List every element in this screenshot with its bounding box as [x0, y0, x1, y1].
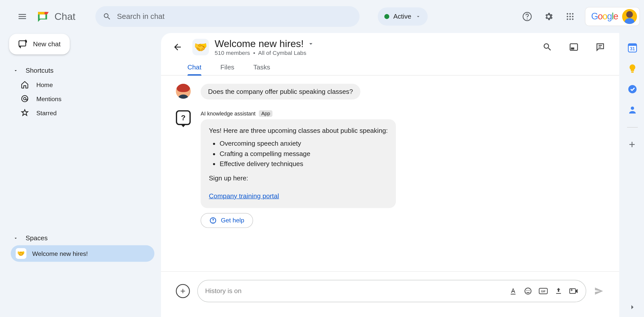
gif-icon[interactable]: GIF — [539, 287, 548, 295]
tab-chat[interactable]: Chat — [187, 60, 201, 75]
status-chip[interactable]: Active — [378, 8, 428, 26]
plus-icon — [627, 140, 636, 149]
compose-input-wrapper[interactable]: GIF — [197, 280, 586, 302]
toggle-panel-button[interactable] — [565, 38, 583, 56]
topbar: Chat Active Google — [0, 0, 644, 33]
search-input[interactable] — [117, 12, 352, 21]
get-help-button[interactable]: Get help — [201, 213, 253, 228]
message-bot: ? AI knowledge assistant App Yes! Here a… — [176, 110, 604, 228]
chevron-down-icon — [307, 40, 314, 48]
star-icon — [21, 109, 29, 117]
svg-rect-27 — [570, 289, 576, 293]
chat-title-button[interactable]: Welcome new hires! — [215, 38, 314, 50]
thread-button[interactable] — [591, 38, 609, 56]
chevron-down-icon — [415, 14, 421, 19]
chat-header: 🤝 Welcome new hires! 510 members • All o… — [161, 33, 619, 56]
tab-tasks[interactable]: Tasks — [253, 60, 270, 75]
help-icon — [522, 12, 532, 21]
account-switcher[interactable]: Google — [585, 7, 640, 26]
composer: GIF — [161, 271, 619, 317]
svg-point-16 — [24, 97, 26, 100]
svg-text:GIF: GIF — [541, 290, 546, 293]
user-message-avatar — [176, 84, 191, 99]
mention-icon — [21, 95, 29, 103]
caret-down-icon — [13, 236, 18, 241]
svg-point-15 — [22, 96, 28, 102]
main-panel: 🤝 Welcome new hires! 510 members • All o… — [161, 33, 619, 317]
spaces-header[interactable]: Spaces — [11, 231, 154, 245]
calendar-app-icon[interactable]: 31 — [627, 43, 637, 53]
sidebar-item-starred[interactable]: Starred — [11, 106, 154, 120]
send-button[interactable] — [594, 286, 605, 297]
panel-icon — [569, 42, 579, 52]
chat-lines-icon — [595, 42, 605, 52]
sidebar-item-mentions[interactable]: Mentions — [11, 92, 154, 106]
upload-icon[interactable] — [554, 287, 563, 295]
svg-rect-0 — [40, 14, 46, 18]
support-button[interactable] — [518, 8, 536, 26]
space-item-welcome-new-hires[interactable]: 🤝 Welcome new hires! — [11, 245, 154, 262]
user-message-bubble: Does the company offer public speaking c… — [201, 84, 360, 99]
settings-button[interactable] — [540, 8, 558, 26]
apps-grid-icon — [566, 12, 575, 21]
caret-down-icon — [13, 68, 18, 73]
home-icon — [21, 81, 29, 89]
bot-sender-line: AI knowledge assistant App — [201, 110, 396, 117]
format-text-icon[interactable] — [509, 287, 517, 295]
tasks-app-icon[interactable] — [627, 84, 637, 94]
send-icon — [594, 286, 605, 297]
app-name: Chat — [55, 11, 75, 22]
sidebar: New chat Shortcuts Home Mentions Starred — [0, 33, 161, 317]
chat-subtitle: 510 members • All of Cymbal Labs — [215, 50, 314, 56]
help-circle-icon — [209, 217, 217, 224]
search-icon — [103, 12, 111, 21]
compose-input[interactable] — [205, 287, 503, 295]
apps-button[interactable] — [561, 8, 579, 26]
app-logo[interactable]: Chat — [36, 10, 75, 24]
gear-icon — [544, 12, 553, 21]
new-chat-button[interactable]: New chat — [9, 34, 70, 55]
add-attachment-button[interactable] — [176, 284, 190, 298]
chat-logo-icon — [36, 10, 50, 24]
status-label: Active — [393, 13, 411, 20]
search-in-space-button[interactable] — [538, 38, 556, 56]
svg-rect-32 — [631, 71, 634, 73]
contacts-app-icon[interactable] — [627, 105, 637, 115]
svg-point-34 — [631, 106, 634, 110]
svg-point-33 — [628, 85, 637, 93]
add-app-button[interactable] — [627, 140, 637, 150]
svg-point-24 — [529, 290, 530, 291]
space-emoji-icon: 🤝 — [16, 248, 26, 259]
svg-text:31: 31 — [630, 46, 635, 51]
bot-avatar-icon: ? — [176, 110, 191, 125]
chevron-right-icon — [628, 303, 637, 311]
main-menu-button[interactable] — [12, 7, 32, 26]
svg-point-3 — [569, 13, 571, 15]
emoji-icon[interactable] — [524, 287, 532, 295]
message-list: Does the company offer public speaking c… — [161, 75, 619, 271]
search-bar[interactable] — [95, 6, 359, 27]
svg-point-9 — [569, 18, 571, 20]
back-button[interactable] — [169, 38, 187, 56]
shortcuts-header[interactable]: Shortcuts — [11, 64, 154, 78]
expand-side-panel-button[interactable] — [628, 303, 637, 311]
space-avatar: 🤝 — [192, 39, 209, 55]
message-user: Does the company offer public speaking c… — [176, 84, 604, 99]
new-chat-label: New chat — [33, 41, 60, 48]
video-add-icon[interactable] — [569, 287, 578, 295]
keep-app-icon[interactable] — [627, 64, 637, 73]
svg-point-5 — [567, 16, 568, 17]
hamburger-icon — [17, 12, 27, 21]
sidebar-item-home[interactable]: Home — [11, 78, 154, 92]
search-icon — [542, 42, 552, 52]
tab-files[interactable]: Files — [220, 60, 234, 75]
tabs: Chat Files Tasks — [161, 56, 619, 75]
training-portal-link[interactable]: Company training portal — [209, 192, 279, 200]
chat-title: Welcome new hires! — [215, 38, 304, 50]
user-avatar[interactable] — [622, 9, 637, 24]
app-badge: App — [259, 110, 273, 117]
svg-point-7 — [572, 16, 574, 17]
side-panel: 31 — [621, 33, 644, 317]
svg-point-2 — [567, 13, 568, 15]
status-active-icon — [384, 14, 389, 19]
